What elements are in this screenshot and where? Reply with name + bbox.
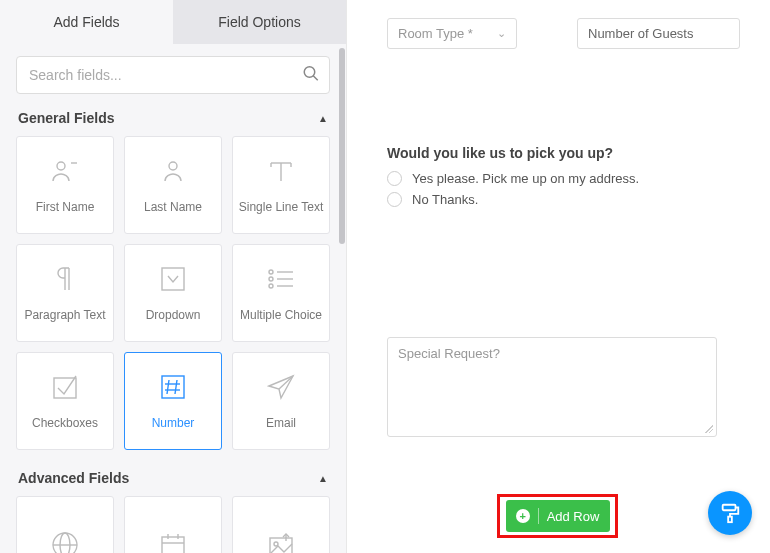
tile-checkboxes[interactable]: Checkboxes <box>16 352 114 450</box>
sidebar-tabs: Add Fields Field Options <box>0 0 346 44</box>
paint-roller-icon <box>719 502 741 524</box>
tile-advanced-2[interactable] <box>124 496 222 553</box>
chevron-down-icon: ⌄ <box>497 27 506 40</box>
tile-multiple-choice[interactable]: Multiple Choice <box>232 244 330 342</box>
tile-label: Paragraph Text <box>24 308 105 322</box>
tile-label: Single Line Text <box>239 200 324 214</box>
tile-label: Multiple Choice <box>240 308 322 322</box>
tile-advanced-1[interactable] <box>16 496 114 553</box>
tile-label: Email <box>266 416 296 430</box>
svg-point-26 <box>53 533 77 553</box>
svg-point-2 <box>57 162 65 170</box>
tile-dropdown[interactable]: Dropdown <box>124 244 222 342</box>
radio-option-yes[interactable]: Yes please. Pick me up on my address. <box>387 171 740 186</box>
plus-icon: + <box>516 509 530 523</box>
button-label: Add Row <box>547 509 600 524</box>
section-general-fields[interactable]: General Fields ▲ <box>0 106 346 136</box>
caret-up-icon: ▲ <box>318 113 328 124</box>
tile-paragraph-text[interactable]: Paragraph Text <box>16 244 114 342</box>
tile-label: Number <box>152 416 195 430</box>
radio-icon <box>387 171 402 186</box>
svg-point-27 <box>60 533 70 553</box>
svg-rect-36 <box>723 505 736 511</box>
text-icon <box>266 156 296 186</box>
special-request-textarea[interactable]: Special Request? <box>387 337 717 437</box>
person-icon <box>158 156 188 186</box>
dropdown-icon <box>158 264 188 294</box>
radio-question: Would you like us to pick you up? <box>387 145 740 161</box>
scrollbar-thumb[interactable] <box>339 48 345 244</box>
add-row-highlight: + Add Row <box>497 494 618 538</box>
tile-label: Last Name <box>144 200 202 214</box>
list-icon <box>266 264 296 294</box>
svg-line-21 <box>175 380 177 394</box>
section-advanced-fields[interactable]: Advanced Fields ▲ <box>0 466 346 496</box>
svg-point-34 <box>274 542 278 546</box>
section-title: General Fields <box>18 110 114 126</box>
add-row-button[interactable]: + Add Row <box>506 500 610 532</box>
tile-first-name[interactable]: First Name <box>16 136 114 234</box>
search-input[interactable] <box>16 56 330 94</box>
radio-label: Yes please. Pick me up on my address. <box>412 171 639 186</box>
svg-point-16 <box>269 284 273 288</box>
svg-point-14 <box>269 277 273 281</box>
general-fields-grid: First Name Last Name Single Line Text Pa… <box>0 136 346 466</box>
paragraph-icon <box>50 264 80 294</box>
tile-email[interactable]: Email <box>232 352 330 450</box>
pickup-radio-group: Would you like us to pick you up? Yes pl… <box>387 145 740 207</box>
search-icon <box>302 65 320 86</box>
scrollbar[interactable] <box>338 0 346 553</box>
svg-rect-19 <box>162 376 184 398</box>
search-field <box>16 56 330 94</box>
globe-icon <box>50 530 80 553</box>
upload-image-icon <box>266 530 296 553</box>
svg-point-12 <box>269 270 273 274</box>
svg-point-0 <box>304 67 315 78</box>
tile-label: Checkboxes <box>32 416 98 430</box>
select-value: Room Type * <box>398 26 473 41</box>
calendar-icon <box>158 530 188 553</box>
separator <box>538 508 539 524</box>
svg-line-20 <box>167 380 169 394</box>
hash-icon <box>158 372 188 402</box>
tab-field-options[interactable]: Field Options <box>173 0 346 44</box>
tile-last-name[interactable]: Last Name <box>124 136 222 234</box>
tile-label: Dropdown <box>146 308 201 322</box>
tile-label: First Name <box>36 200 95 214</box>
radio-option-no[interactable]: No Thanks. <box>387 192 740 207</box>
checkbox-icon <box>50 372 80 402</box>
input-placeholder: Number of Guests <box>588 26 694 41</box>
send-icon <box>266 372 296 402</box>
guests-input[interactable]: Number of Guests <box>577 18 740 49</box>
svg-point-4 <box>169 162 177 170</box>
section-title: Advanced Fields <box>18 470 129 486</box>
radio-label: No Thanks. <box>412 192 478 207</box>
advanced-fields-grid <box>0 496 346 553</box>
radio-icon <box>387 192 402 207</box>
svg-line-25 <box>279 376 293 389</box>
fab-customize[interactable] <box>708 491 752 535</box>
svg-rect-37 <box>728 517 732 523</box>
form-canvas: Room Type * ⌄ Number of Guests Would you… <box>347 0 770 553</box>
svg-line-1 <box>313 76 318 81</box>
tile-advanced-3[interactable] <box>232 496 330 553</box>
tile-number[interactable]: Number <box>124 352 222 450</box>
sidebar: Add Fields Field Options General Fields … <box>0 0 347 553</box>
tab-add-fields[interactable]: Add Fields <box>0 0 173 44</box>
tile-single-line-text[interactable]: Single Line Text <box>232 136 330 234</box>
svg-rect-29 <box>162 537 184 553</box>
svg-rect-11 <box>162 268 184 290</box>
textarea-placeholder: Special Request? <box>398 346 500 361</box>
caret-up-icon: ▲ <box>318 473 328 484</box>
room-type-select[interactable]: Room Type * ⌄ <box>387 18 517 49</box>
person-icon <box>50 156 80 186</box>
